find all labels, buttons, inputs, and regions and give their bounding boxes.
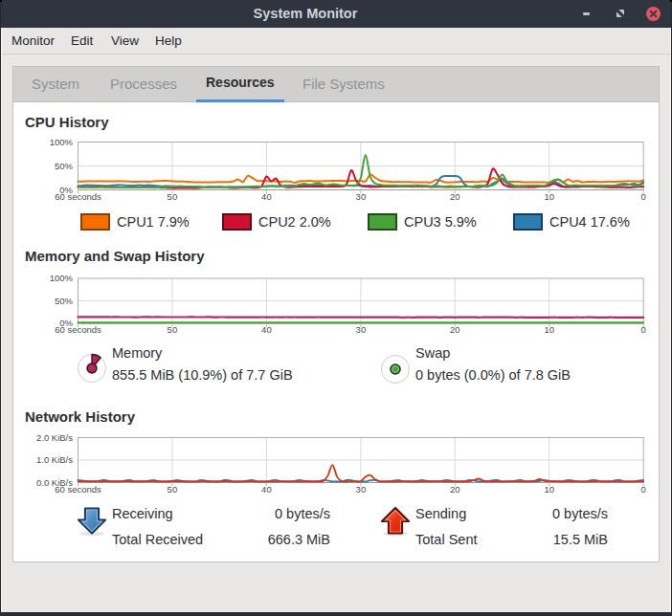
svg-text:60 seconds: 60 seconds bbox=[55, 191, 101, 202]
svg-text:40: 40 bbox=[261, 191, 272, 202]
svg-text:50: 50 bbox=[168, 324, 178, 335]
svg-text:2.0 KiB/s: 2.0 KiB/s bbox=[36, 432, 73, 443]
svg-text:10: 10 bbox=[545, 484, 555, 495]
svg-text:20: 20 bbox=[450, 324, 460, 335]
svg-text:10: 10 bbox=[545, 324, 555, 335]
svg-text:50%: 50% bbox=[55, 161, 74, 171]
svg-text:50%: 50% bbox=[55, 296, 74, 306]
svg-text:30: 30 bbox=[356, 484, 367, 495]
svg-text:100%: 100% bbox=[50, 137, 74, 147]
svg-text:40: 40 bbox=[261, 484, 272, 495]
svg-text:40: 40 bbox=[261, 324, 272, 335]
svg-text:30: 30 bbox=[356, 191, 367, 202]
svg-text:0: 0 bbox=[641, 324, 646, 335]
svg-text:0: 0 bbox=[641, 484, 646, 495]
svg-text:20: 20 bbox=[450, 191, 460, 202]
svg-text:50: 50 bbox=[168, 484, 178, 495]
svg-text:60 seconds: 60 seconds bbox=[55, 484, 101, 495]
svg-text:60 seconds: 60 seconds bbox=[55, 324, 101, 335]
svg-text:100%: 100% bbox=[50, 273, 74, 283]
svg-text:30: 30 bbox=[356, 324, 367, 335]
svg-text:1.0 KiB/s: 1.0 KiB/s bbox=[36, 454, 73, 465]
svg-text:10: 10 bbox=[545, 191, 555, 202]
svg-text:0: 0 bbox=[641, 191, 646, 202]
svg-text:20: 20 bbox=[450, 484, 460, 495]
svg-text:50: 50 bbox=[168, 191, 178, 202]
